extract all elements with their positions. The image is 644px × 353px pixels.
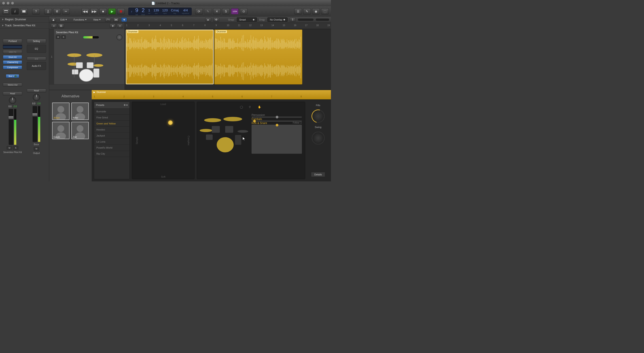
forward-button[interactable]: ▶▶: [90, 8, 98, 14]
preset-item[interactable]: Green and Yellow: [94, 121, 130, 127]
instrument-slot[interactable]: Drum Kit: [3, 55, 22, 59]
drag-select[interactable]: No Overlap◆: [268, 17, 288, 22]
mute-button-output[interactable]: M: [34, 147, 39, 151]
cycle-button[interactable]: ⟳: [195, 8, 203, 14]
pointer-tool[interactable]: ▸: [205, 17, 211, 22]
volume-fader-output[interactable]: [33, 106, 37, 142]
drummer-tile-zak[interactable]: Zak: [71, 122, 89, 139]
audio-fx-compressor[interactable]: Compressor: [3, 65, 22, 69]
track-inspector-header[interactable]: Track: Seventies Plexi Kit: [0, 22, 49, 28]
media-browser-button[interactable]: ⬚: [321, 8, 329, 14]
back-button[interactable]: ▲: [51, 17, 56, 22]
close-window-button[interactable]: [2, 2, 5, 4]
automation-button[interactable]: [105, 17, 111, 22]
swing-knob[interactable]: [312, 132, 325, 145]
tuner-button[interactable]: [53, 8, 61, 14]
flex-button[interactable]: ⋈: [113, 17, 119, 22]
notepad-button[interactable]: ✎: [303, 8, 311, 14]
percussion-slider[interactable]: [252, 117, 302, 117]
presets-gear-icon[interactable]: ✲ ▾: [124, 104, 128, 107]
region-drummer-2[interactable]: Drummer: [214, 29, 302, 84]
pan-knob[interactable]: [9, 97, 16, 104]
editor-ruler[interactable]: ▶ Drummer 12345678: [92, 90, 331, 99]
duplicate-track-button[interactable]: ⧉: [58, 24, 64, 28]
zoom-window-button[interactable]: [11, 2, 14, 4]
midi-fx-slot[interactable]: MIDI FX: [3, 50, 22, 54]
solo-button[interactable]: S: [13, 146, 18, 150]
scissors-button[interactable]: ✂: [62, 8, 70, 14]
track-solo-button[interactable]: S: [61, 35, 66, 39]
details-button[interactable]: Details: [311, 172, 325, 177]
metronome-button[interactable]: [44, 8, 52, 14]
pan-knob-output[interactable]: [33, 94, 40, 101]
count-in-button[interactable]: 1234: [231, 8, 238, 14]
autopunch-button[interactable]: ✎: [204, 8, 212, 14]
shaker-icon[interactable]: ⚲: [249, 105, 253, 110]
preset-item[interactable]: Burnside: [94, 109, 130, 115]
track-row-1[interactable]: 1 Seventies Plexi Kit M S: [49, 29, 124, 84]
xy-pad[interactable]: Loud Soft Simple Complex: [132, 102, 194, 179]
automation-mode-output[interactable]: Read: [27, 89, 46, 92]
tambourine-icon[interactable]: ◯: [240, 105, 244, 110]
rewind-button[interactable]: ◀◀: [82, 8, 89, 14]
track-mute-button[interactable]: M: [56, 35, 60, 39]
library-button[interactable]: [2, 8, 10, 14]
vzoom-slider[interactable]: [316, 18, 329, 21]
preset-item[interactable]: La Luna: [94, 139, 130, 145]
output-routing[interactable]: Stereo Out: [3, 83, 22, 87]
drummer-tile-nikki[interactable]: Nikki: [71, 102, 89, 120]
record-button[interactable]: [117, 8, 125, 14]
stereo-icon[interactable]: ◎◎: [27, 57, 46, 60]
region-drummer-1[interactable]: Drummer: [126, 29, 214, 84]
track-header-config-button[interactable]: ▿: [117, 24, 123, 28]
solo-button[interactable]: S: [222, 8, 230, 14]
minimize-window-button[interactable]: [7, 2, 10, 4]
stop-button[interactable]: ■: [99, 8, 107, 14]
lcd-display[interactable]: ♪ 9bar 2beat 1div 139tick 120bpm Cmajkey…: [128, 7, 192, 15]
fills-knob[interactable]: [312, 110, 325, 123]
setting-button[interactable]: Setting: [27, 39, 46, 43]
eq-thumbnail[interactable]: [3, 45, 22, 49]
drummer-tile-gavin[interactable]: Gavin: [52, 122, 70, 139]
marquee-tool[interactable]: ✛: [213, 17, 219, 22]
drumkit-graphic[interactable]: [199, 111, 248, 156]
send-bus-1[interactable]: Bus 1: [6, 74, 19, 78]
track-name[interactable]: Seventies Plexi Kit: [56, 31, 123, 34]
bounce-label[interactable]: Bnce: [34, 143, 39, 146]
edit-menu[interactable]: Edit ▾: [58, 18, 69, 21]
audio-fx-channel-eq[interactable]: Channel EQ: [3, 60, 22, 64]
drummer-tile-aidan[interactable]: Aidan: [52, 102, 70, 120]
waveform-zoom-button[interactable]: ⦀: [290, 17, 296, 22]
timeline-ruler[interactable]: 12345678910111213141516171819: [125, 23, 331, 29]
track-pan-knob[interactable]: [116, 34, 122, 40]
xy-puck[interactable]: [168, 120, 173, 125]
replace-button[interactable]: ✕: [213, 8, 221, 14]
preset-item[interactable]: Hoodoo: [94, 127, 130, 133]
global-tracks-button[interactable]: ▾: [110, 24, 116, 28]
functions-menu[interactable]: Functions ▾: [71, 18, 89, 21]
play-button[interactable]: ▶: [108, 8, 116, 14]
catch-button[interactable]: ▼: [121, 17, 127, 22]
loop-browser-button[interactable]: ◉: [312, 8, 320, 14]
region-inspector-header[interactable]: Region: Drummer: [0, 16, 49, 22]
kick-snare-slider[interactable]: [252, 125, 302, 154]
audio-fx-slot[interactable]: Audio FX: [27, 62, 46, 70]
sync-button[interactable]: ⊙: [240, 8, 248, 14]
add-track-button[interactable]: +: [51, 24, 57, 28]
list-editor-button[interactable]: ☰: [294, 8, 302, 14]
preset-item[interactable]: Powell's World: [94, 145, 130, 151]
handclap-icon[interactable]: ✋: [258, 105, 262, 110]
arrange-area[interactable]: 12345678910111213141516171819 Drummer Dr…: [125, 23, 331, 90]
cymbals-slider[interactable]: [252, 121, 302, 122]
preset-item[interactable]: Fine Grind: [94, 115, 130, 121]
help-button[interactable]: ?: [32, 8, 40, 14]
view-menu[interactable]: View ▾: [91, 18, 103, 21]
channel-preset-button[interactable]: Portland: [3, 39, 22, 43]
inspector-button[interactable]: i: [11, 8, 19, 14]
eq-slot[interactable]: EQ: [27, 45, 46, 53]
preset-item[interactable]: Rip City: [94, 151, 130, 157]
follow-checkbox[interactable]: ☐: [300, 122, 302, 124]
snap-select[interactable]: Smart◆: [237, 17, 257, 22]
hzoom-slider[interactable]: [298, 18, 314, 21]
mute-button[interactable]: M: [7, 146, 12, 150]
